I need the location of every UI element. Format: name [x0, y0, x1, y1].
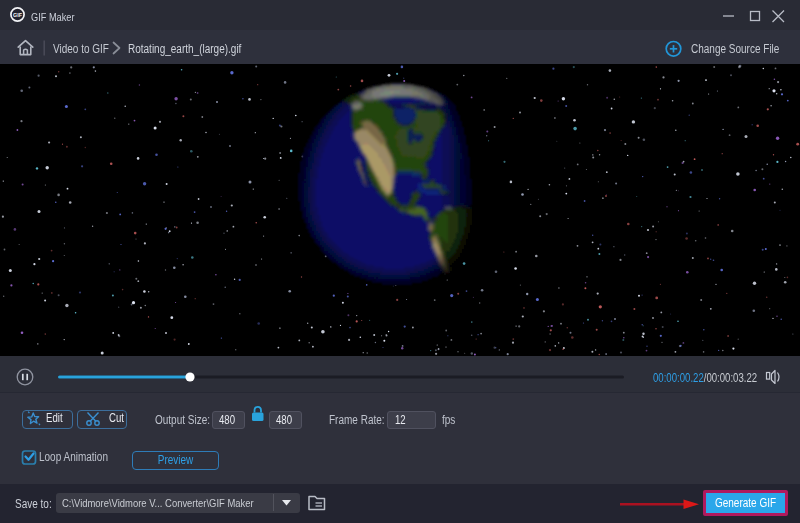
svg-text:GIF: GIF: [13, 12, 23, 18]
